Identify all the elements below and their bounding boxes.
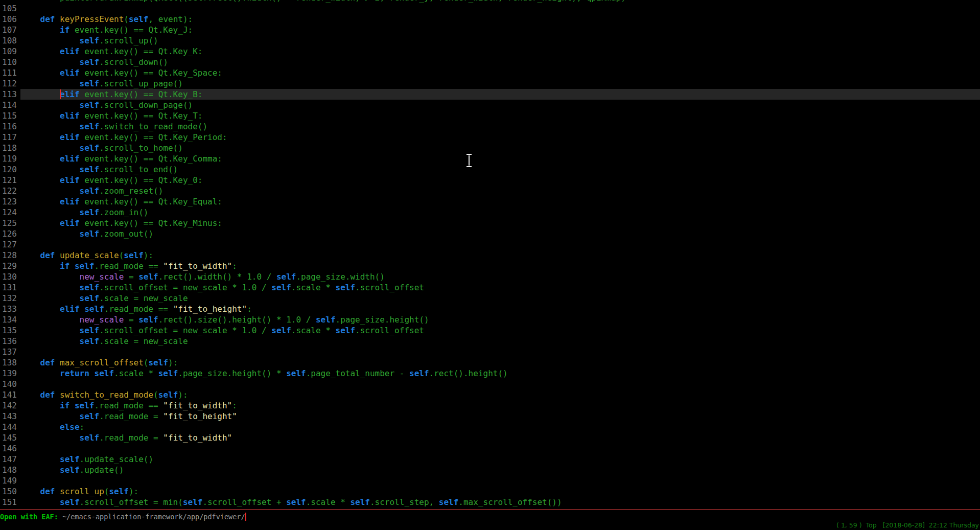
line-number: 108	[0, 35, 20, 46]
code-line[interactable]: 122 self.zoom_reset()	[0, 186, 980, 196]
line-number: 140	[0, 379, 20, 389]
code-line[interactable]: 118 self.scroll_to_home()	[0, 143, 980, 153]
code-text	[20, 475, 980, 486]
line-number: 119	[0, 153, 20, 164]
code-line[interactable]: 109 elif event.key() == Qt.Key_K:	[0, 46, 980, 57]
line-number: 125	[0, 218, 20, 228]
minibuffer-cursor	[245, 513, 246, 521]
code-line[interactable]: 134 new_scale = self.rect().size().heigh…	[0, 314, 980, 325]
line-number: 109	[0, 46, 20, 57]
code-line[interactable]: 137	[0, 347, 980, 357]
code-text: self.zoom_out()	[20, 228, 980, 239]
code-line[interactable]: 120 self.scroll_to_end()	[0, 164, 980, 175]
line-number: 128	[0, 250, 20, 261]
line-number: 132	[0, 293, 20, 304]
emacs-code-window[interactable]: painter.drawPixmap(QRect((self.rect().wi…	[0, 0, 980, 509]
code-text: self.scale = new_scale	[20, 336, 980, 347]
code-line[interactable]: 125 elif event.key() == Qt.Key_Minus:	[0, 218, 980, 228]
code-line[interactable]: 139 return self.scale * self.page_size.h…	[0, 368, 980, 379]
code-line[interactable]: 133 elif self.read_mode == "fit_to_heigh…	[0, 304, 980, 314]
code-line[interactable]: 129 if self.read_mode == "fit_to_width":	[0, 261, 980, 271]
line-number: 133	[0, 304, 20, 314]
code-line[interactable]: 144 else:	[0, 422, 980, 432]
line-number: 135	[0, 325, 20, 336]
code-line[interactable]: 148 self.update()	[0, 465, 980, 475]
code-text: self.update_scale()	[20, 454, 980, 465]
code-line[interactable]: 150 def scroll_up(self):	[0, 486, 980, 497]
code-line[interactable]: 138 def max_scroll_offset(self):	[0, 357, 980, 368]
line-number: 114	[0, 100, 20, 110]
line-number: 144	[0, 422, 20, 432]
code-line[interactable]: 123 elif event.key() == Qt.Key_Equal:	[0, 196, 980, 207]
code-line[interactable]: 140	[0, 379, 980, 389]
code-line[interactable]: 149	[0, 475, 980, 486]
code-line[interactable]: 128 def update_scale(self):	[0, 250, 980, 261]
code-text: self.zoom_in()	[20, 207, 980, 218]
code-text: elif event.key() == Qt.Key_Space:	[20, 67, 980, 78]
code-line[interactable]: 119 elif event.key() == Qt.Key_Comma:	[0, 153, 980, 164]
code-text: def max_scroll_offset(self):	[20, 357, 980, 368]
code-text: self.update()	[20, 465, 980, 475]
position-datetime-status: ( 1, 59 ) Top [2018-06-28] 22:12 Thursda…	[836, 521, 979, 529]
code-line[interactable]: 126 self.zoom_out()	[0, 228, 980, 239]
code-line[interactable]: 151 self.scroll_offset = min(self.scroll…	[0, 497, 980, 508]
line-number: 148	[0, 465, 20, 475]
code-text	[20, 3, 980, 14]
code-line[interactable]: 143 self.read_mode = "fit_to_height"	[0, 411, 980, 422]
code-line[interactable]: 111 elif event.key() == Qt.Key_Space:	[0, 67, 980, 78]
code-line[interactable]: 116 self.switch_to_read_mode()	[0, 121, 980, 132]
code-line[interactable]: 113 elif event.key() == Qt.Key_B:	[0, 89, 980, 100]
code-line[interactable]: 142 if self.read_mode == "fit_to_width":	[0, 400, 980, 411]
code-line[interactable]: 145 self.read_mode = "fit_to_width"	[0, 432, 980, 443]
code-line[interactable]: 107 if event.key() == Qt.Key_J:	[0, 25, 980, 35]
code-text: def scroll_up(self):	[20, 486, 980, 497]
line-number: 149	[0, 475, 20, 486]
code-line[interactable]: 130 new_scale = self.rect().width() * 1.…	[0, 271, 980, 282]
minibuffer[interactable]: Open with EAF: ~/emacs-application-frame…	[0, 511, 980, 522]
code-text: elif event.key() == Qt.Key_T:	[20, 110, 980, 121]
code-line[interactable]: 110 self.scroll_down()	[0, 57, 980, 67]
code-line[interactable]: 136 self.scale = new_scale	[0, 336, 980, 347]
code-line[interactable]: 117 elif event.key() == Qt.Key_Period:	[0, 132, 980, 143]
code-line[interactable]: 124 self.zoom_in()	[0, 207, 980, 218]
code-line[interactable]: 127	[0, 239, 980, 250]
code-line[interactable]: 121 elif event.key() == Qt.Key_0:	[0, 175, 980, 186]
line-number: 145	[0, 432, 20, 443]
minibuffer-input[interactable]: ~/emacs-application-framework/app/pdfvie…	[62, 513, 245, 521]
code-line[interactable]: 146	[0, 443, 980, 454]
line-number: 151	[0, 497, 20, 508]
code-text	[20, 239, 980, 250]
line-number: 147	[0, 454, 20, 465]
code-text: self.scroll_up()	[20, 35, 980, 46]
code-text: if self.read_mode == "fit_to_width":	[20, 400, 980, 411]
code-line[interactable]: 106 def keyPressEvent(self, event):	[0, 14, 980, 25]
code-text: if event.key() == Qt.Key_J:	[20, 25, 980, 35]
code-line[interactable]: 108 self.scroll_up()	[0, 35, 980, 46]
code-line[interactable]: 131 self.scroll_offset = new_scale * 1.0…	[0, 282, 980, 293]
code-text: def switch_to_read_mode(self):	[20, 389, 980, 400]
line-number: 131	[0, 282, 20, 293]
line-number: 129	[0, 261, 20, 271]
line-number: 116	[0, 121, 20, 132]
line-number: 106	[0, 14, 20, 25]
line-number: 105	[0, 3, 20, 14]
code-text: def keyPressEvent(self, event):	[20, 14, 980, 25]
code-line[interactable]: 141 def switch_to_read_mode(self):	[0, 389, 980, 400]
code-line[interactable]: 112 self.scroll_up_page()	[0, 78, 980, 89]
code-line[interactable]: 114 self.scroll_down_page()	[0, 100, 980, 110]
code-text: return self.scale * self.page_size.heigh…	[20, 368, 980, 379]
code-line[interactable]: 135 self.scroll_offset = new_scale * 1.0…	[0, 325, 980, 336]
code-text: self.scroll_down()	[20, 57, 980, 67]
line-number: 117	[0, 132, 20, 143]
code-line[interactable]: 132 self.scale = new_scale	[0, 293, 980, 304]
code-line[interactable]: 105	[0, 3, 980, 14]
code-text: self.scroll_up_page()	[20, 78, 980, 89]
code-text: self.read_mode = "fit_to_width"	[20, 432, 980, 443]
code-text: self.switch_to_read_mode()	[20, 121, 980, 132]
line-number: 107	[0, 25, 20, 35]
line-number: 138	[0, 357, 20, 368]
code-line[interactable]: 147 self.update_scale()	[0, 454, 980, 465]
code-line[interactable]: 115 elif event.key() == Qt.Key_T:	[0, 110, 980, 121]
code-text: self.zoom_reset()	[20, 186, 980, 196]
line-number: 121	[0, 175, 20, 186]
